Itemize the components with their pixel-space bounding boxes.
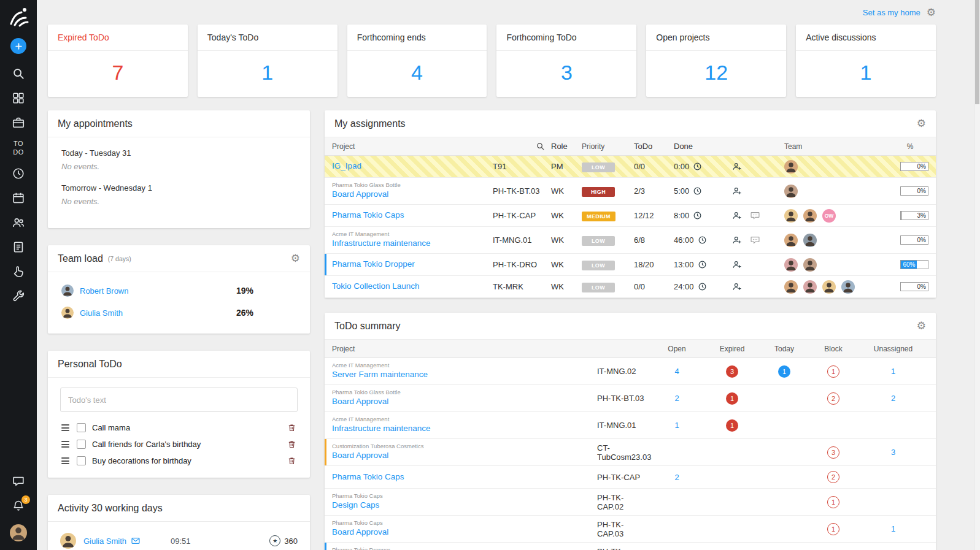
people-icon[interactable] — [11, 215, 26, 230]
block-badge[interactable]: 1 — [827, 365, 839, 378]
trash-icon[interactable] — [287, 423, 296, 432]
drag-handle-icon[interactable] — [61, 457, 69, 464]
card-title: My appointments — [58, 118, 133, 129]
timesheet-clock-icon[interactable] — [11, 166, 26, 181]
kpi-value: 1 — [198, 51, 338, 97]
chat-icon[interactable] — [11, 474, 26, 489]
trash-icon[interactable] — [287, 440, 296, 449]
project-link[interactable]: Design Caps — [332, 500, 597, 511]
expired-badge[interactable]: 1 — [726, 392, 738, 405]
drag-handle-icon[interactable] — [61, 424, 69, 431]
kpi-todays-todo[interactable]: Today's ToDo 1 — [198, 25, 338, 97]
log-time-icon[interactable] — [693, 186, 702, 196]
assign-person-icon[interactable] — [732, 235, 743, 245]
set-home-link[interactable]: Set as my home — [863, 8, 920, 17]
todo-checkbox[interactable] — [77, 440, 86, 449]
project-link[interactable]: Infrastructure maintenance — [332, 423, 597, 434]
log-time-icon[interactable] — [698, 260, 707, 269]
scrollbar-thumb[interactable] — [975, 0, 979, 104]
todo-input[interactable] — [60, 388, 298, 412]
assign-person-icon[interactable] — [732, 210, 743, 221]
unassigned-count[interactable]: 2 — [891, 394, 895, 403]
priority-badge: LOW — [582, 283, 615, 292]
mail-icon[interactable] — [131, 536, 141, 546]
assign-person-icon[interactable] — [732, 186, 743, 196]
avatar — [784, 185, 798, 198]
quick-add-button[interactable] — [10, 38, 26, 54]
avatar — [61, 285, 74, 297]
expired-badge[interactable]: 1 — [726, 419, 738, 432]
unassigned-count[interactable]: 1 — [891, 524, 895, 533]
assign-person-icon[interactable] — [732, 259, 743, 270]
trash-icon[interactable] — [287, 456, 296, 465]
kpi-forthcoming-ends[interactable]: Forthcoming ends 4 — [347, 25, 487, 97]
log-time-icon[interactable] — [698, 282, 707, 291]
log-time-icon[interactable] — [698, 235, 707, 245]
project-link[interactable]: Board Approval — [332, 189, 493, 200]
project-link[interactable]: Pharma Tokio Dropper — [332, 259, 493, 270]
assign-person-icon[interactable] — [732, 281, 743, 292]
dashboard-icon[interactable] — [11, 91, 26, 105]
todo-checkbox[interactable] — [77, 423, 86, 432]
gear-icon[interactable]: ⚙ — [917, 321, 926, 331]
page-settings-gear-icon[interactable]: ⚙ — [927, 7, 936, 18]
gear-icon[interactable]: ⚙ — [917, 118, 926, 129]
block-badge[interactable]: 3 — [827, 446, 839, 459]
project-link[interactable]: Board Approval — [332, 527, 597, 538]
unassigned-count[interactable]: 3 — [891, 448, 895, 457]
user-link[interactable]: Giulia Smith — [83, 537, 126, 546]
projects-briefcase-icon[interactable] — [11, 115, 26, 130]
today-badge[interactable]: 1 — [778, 365, 790, 378]
approvals-hand-icon[interactable] — [11, 264, 26, 279]
project-search-icon[interactable] — [493, 142, 551, 151]
card-subtitle: (7 days) — [108, 255, 131, 262]
open-count[interactable]: 4 — [674, 367, 679, 376]
tools-wrench-icon[interactable] — [11, 289, 26, 304]
block-badge[interactable]: 1 — [827, 523, 839, 535]
open-count[interactable]: 2 — [674, 473, 679, 482]
avatar — [784, 234, 798, 247]
project-code: IT-MNG.01 — [597, 421, 649, 430]
todo-checkbox[interactable] — [77, 456, 86, 465]
expired-badge[interactable]: 3 — [726, 365, 738, 378]
discussion-icon[interactable] — [750, 210, 760, 221]
member-link[interactable]: Giulia Smith — [80, 308, 123, 318]
kpi-expired-todo[interactable]: Expired ToDo 7 — [48, 25, 188, 97]
search-icon[interactable] — [11, 66, 26, 81]
drag-handle-icon[interactable] — [61, 441, 69, 448]
todo-summary-row: Pharma Tokio Glass Bottle Board Approval… — [325, 385, 936, 412]
project-link[interactable]: Board Approval — [332, 396, 597, 407]
project-link[interactable]: Infrastructure maintenance — [332, 238, 493, 249]
block-badge[interactable]: 2 — [827, 471, 839, 483]
project-link[interactable]: Pharma Tokio Caps — [332, 210, 493, 221]
project-code: PH-TK-BT.03 — [493, 186, 551, 196]
block-badge[interactable]: 1 — [827, 496, 839, 508]
user-avatar[interactable] — [10, 524, 27, 541]
project-link[interactable]: Pharma Tokio Caps — [332, 472, 597, 483]
todo-summary-card: ToDo summary ⚙ Project Open Expired Toda… — [325, 313, 936, 550]
app-logo[interactable] — [6, 5, 31, 29]
block-badge[interactable]: 2 — [827, 392, 839, 405]
member-link[interactable]: Robert Brown — [80, 286, 128, 296]
log-time-icon[interactable] — [693, 162, 702, 171]
card-title: Team load — [58, 253, 103, 264]
open-count[interactable]: 2 — [674, 394, 679, 403]
avatar — [784, 160, 798, 174]
kpi-forthcoming-todo[interactable]: Forthcoming ToDo 3 — [496, 25, 636, 97]
project-link[interactable]: IG_Ipad — [332, 161, 493, 172]
log-time-icon[interactable] — [693, 211, 702, 220]
project-link[interactable]: Tokio Collection Launch — [332, 281, 493, 292]
kpi-active-discussions[interactable]: Active discussions 1 — [796, 25, 936, 97]
calendar-icon[interactable] — [11, 191, 26, 205]
gear-icon[interactable]: ⚙ — [291, 253, 300, 264]
assign-person-icon[interactable] — [732, 161, 743, 172]
documents-icon[interactable] — [11, 240, 26, 254]
sidebar-item-todo[interactable]: TO DO — [10, 139, 26, 157]
notifications-bell-icon[interactable]: 3 — [11, 498, 26, 513]
project-link[interactable]: Board Approval — [332, 450, 597, 461]
unassigned-count[interactable]: 1 — [891, 367, 895, 376]
discussion-icon[interactable] — [750, 235, 760, 245]
open-count[interactable]: 1 — [674, 421, 679, 430]
project-link[interactable]: Server Farm maintenance — [332, 369, 597, 380]
kpi-open-projects[interactable]: Open projects 12 — [646, 25, 786, 97]
